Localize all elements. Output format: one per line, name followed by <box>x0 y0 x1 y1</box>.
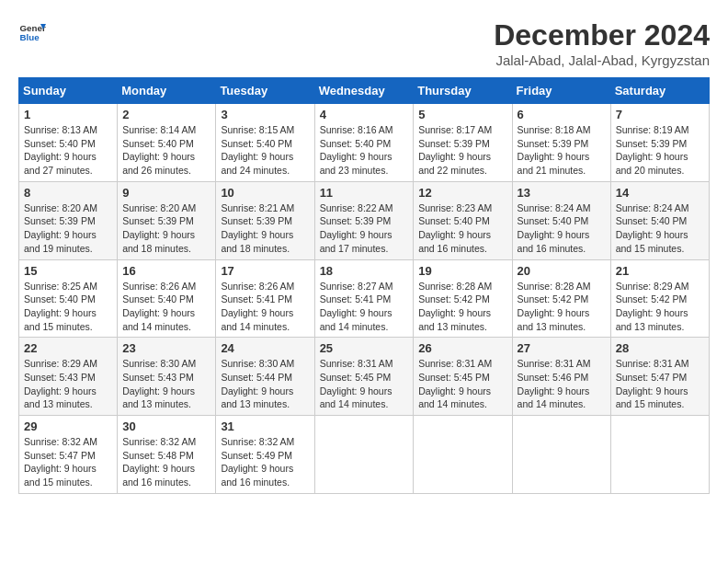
day-detail: Sunrise: 8:15 AM Sunset: 5:40 PM Dayligh… <box>221 123 309 178</box>
calendar-header-row: Sunday Monday Tuesday Wednesday Thursday… <box>19 78 710 104</box>
table-row: 30 Sunrise: 8:32 AM Sunset: 5:48 PM Dayl… <box>118 416 216 494</box>
day-number: 9 <box>122 186 210 200</box>
table-row: 12 Sunrise: 8:23 AM Sunset: 5:40 PM Dayl… <box>414 181 512 259</box>
table-row: 6 Sunrise: 8:18 AM Sunset: 5:39 PM Dayli… <box>512 104 610 182</box>
col-tuesday: Tuesday <box>216 78 314 104</box>
day-detail: Sunrise: 8:31 AM Sunset: 5:45 PM Dayligh… <box>320 357 409 411</box>
day-detail: Sunrise: 8:19 AM Sunset: 5:39 PM Dayligh… <box>616 123 704 178</box>
day-detail: Sunrise: 8:29 AM Sunset: 5:42 PM Dayligh… <box>616 280 704 334</box>
day-number: 24 <box>221 341 309 355</box>
day-number: 18 <box>320 264 409 278</box>
day-detail: Sunrise: 8:32 AM Sunset: 5:48 PM Dayligh… <box>122 435 210 489</box>
day-number: 6 <box>518 108 606 121</box>
table-row: 17 Sunrise: 8:26 AM Sunset: 5:41 PM Dayl… <box>216 259 314 338</box>
title-block: December 2024 Jalal-Abad, Jalal-Abad, Ky… <box>494 18 710 68</box>
table-row <box>610 416 709 494</box>
table-row: 13 Sunrise: 8:24 AM Sunset: 5:40 PM Dayl… <box>512 181 610 259</box>
day-number: 20 <box>518 264 606 278</box>
day-number: 22 <box>24 341 112 355</box>
col-friday: Friday <box>512 78 610 104</box>
table-row <box>512 416 610 494</box>
logo-icon: General Blue <box>18 18 46 46</box>
table-row: 21 Sunrise: 8:29 AM Sunset: 5:42 PM Dayl… <box>610 259 709 338</box>
day-number: 12 <box>418 186 506 200</box>
table-row: 18 Sunrise: 8:27 AM Sunset: 5:41 PM Dayl… <box>314 259 414 338</box>
day-number: 3 <box>221 108 309 121</box>
table-row: 26 Sunrise: 8:31 AM Sunset: 5:45 PM Dayl… <box>414 338 512 416</box>
day-detail: Sunrise: 8:31 AM Sunset: 5:46 PM Dayligh… <box>518 357 606 411</box>
day-number: 21 <box>616 264 704 278</box>
day-detail: Sunrise: 8:27 AM Sunset: 5:41 PM Dayligh… <box>320 280 409 334</box>
day-detail: Sunrise: 8:31 AM Sunset: 5:47 PM Dayligh… <box>616 357 704 411</box>
day-number: 11 <box>320 186 409 200</box>
day-detail: Sunrise: 8:16 AM Sunset: 5:40 PM Dayligh… <box>320 123 409 178</box>
table-row: 20 Sunrise: 8:28 AM Sunset: 5:42 PM Dayl… <box>512 259 610 338</box>
day-number: 19 <box>418 264 506 278</box>
day-detail: Sunrise: 8:26 AM Sunset: 5:40 PM Dayligh… <box>122 280 210 334</box>
day-detail: Sunrise: 8:18 AM Sunset: 5:39 PM Dayligh… <box>518 123 606 178</box>
table-row: 10 Sunrise: 8:21 AM Sunset: 5:39 PM Dayl… <box>216 181 314 259</box>
page-header: General Blue December 2024 Jalal-Abad, J… <box>18 18 710 68</box>
day-number: 27 <box>518 341 606 355</box>
day-detail: Sunrise: 8:20 AM Sunset: 5:39 PM Dayligh… <box>24 201 112 256</box>
day-number: 25 <box>320 341 409 355</box>
day-number: 14 <box>616 186 704 200</box>
day-detail: Sunrise: 8:32 AM Sunset: 5:47 PM Dayligh… <box>24 435 112 489</box>
day-detail: Sunrise: 8:24 AM Sunset: 5:40 PM Dayligh… <box>616 201 704 256</box>
svg-text:Blue: Blue <box>20 32 40 42</box>
day-detail: Sunrise: 8:28 AM Sunset: 5:42 PM Dayligh… <box>518 280 606 334</box>
day-number: 1 <box>24 108 112 121</box>
day-detail: Sunrise: 8:32 AM Sunset: 5:49 PM Dayligh… <box>221 435 309 489</box>
table-row: 16 Sunrise: 8:26 AM Sunset: 5:40 PM Dayl… <box>118 259 216 338</box>
table-row: 4 Sunrise: 8:16 AM Sunset: 5:40 PM Dayli… <box>314 104 414 182</box>
calendar-week-row: 15 Sunrise: 8:25 AM Sunset: 5:40 PM Dayl… <box>19 259 710 338</box>
table-row: 7 Sunrise: 8:19 AM Sunset: 5:39 PM Dayli… <box>610 104 709 182</box>
table-row: 23 Sunrise: 8:30 AM Sunset: 5:43 PM Dayl… <box>118 338 216 416</box>
table-row: 8 Sunrise: 8:20 AM Sunset: 5:39 PM Dayli… <box>19 181 118 259</box>
table-row: 3 Sunrise: 8:15 AM Sunset: 5:40 PM Dayli… <box>216 104 314 182</box>
day-detail: Sunrise: 8:25 AM Sunset: 5:40 PM Dayligh… <box>24 280 112 334</box>
day-detail: Sunrise: 8:20 AM Sunset: 5:39 PM Dayligh… <box>122 201 210 256</box>
day-number: 8 <box>24 186 112 200</box>
table-row: 9 Sunrise: 8:20 AM Sunset: 5:39 PM Dayli… <box>118 181 216 259</box>
day-detail: Sunrise: 8:13 AM Sunset: 5:40 PM Dayligh… <box>24 123 112 178</box>
day-number: 13 <box>518 186 606 200</box>
day-number: 4 <box>320 108 409 121</box>
day-number: 5 <box>418 108 506 121</box>
day-detail: Sunrise: 8:14 AM Sunset: 5:40 PM Dayligh… <box>122 123 210 178</box>
col-wednesday: Wednesday <box>314 78 414 104</box>
table-row <box>314 416 414 494</box>
day-detail: Sunrise: 8:29 AM Sunset: 5:43 PM Dayligh… <box>24 357 112 411</box>
day-detail: Sunrise: 8:31 AM Sunset: 5:45 PM Dayligh… <box>418 357 506 411</box>
day-detail: Sunrise: 8:17 AM Sunset: 5:39 PM Dayligh… <box>418 123 506 178</box>
calendar-week-row: 22 Sunrise: 8:29 AM Sunset: 5:43 PM Dayl… <box>19 338 710 416</box>
calendar-week-row: 29 Sunrise: 8:32 AM Sunset: 5:47 PM Dayl… <box>19 416 710 494</box>
day-detail: Sunrise: 8:26 AM Sunset: 5:41 PM Dayligh… <box>221 280 309 334</box>
day-number: 7 <box>616 108 704 121</box>
table-row: 27 Sunrise: 8:31 AM Sunset: 5:46 PM Dayl… <box>512 338 610 416</box>
month-title: December 2024 <box>494 18 710 52</box>
day-number: 2 <box>122 108 210 121</box>
day-number: 16 <box>122 264 210 278</box>
day-number: 23 <box>122 341 210 355</box>
table-row: 14 Sunrise: 8:24 AM Sunset: 5:40 PM Dayl… <box>610 181 709 259</box>
logo: General Blue <box>18 18 46 46</box>
col-saturday: Saturday <box>610 78 709 104</box>
day-number: 29 <box>24 419 112 433</box>
calendar-table: Sunday Monday Tuesday Wednesday Thursday… <box>18 77 710 494</box>
table-row: 28 Sunrise: 8:31 AM Sunset: 5:47 PM Dayl… <box>610 338 709 416</box>
day-detail: Sunrise: 8:30 AM Sunset: 5:43 PM Dayligh… <box>122 357 210 411</box>
day-detail: Sunrise: 8:28 AM Sunset: 5:42 PM Dayligh… <box>418 280 506 334</box>
day-detail: Sunrise: 8:23 AM Sunset: 5:40 PM Dayligh… <box>418 201 506 256</box>
day-number: 26 <box>418 341 506 355</box>
table-row: 1 Sunrise: 8:13 AM Sunset: 5:40 PM Dayli… <box>19 104 118 182</box>
col-sunday: Sunday <box>19 78 118 104</box>
location: Jalal-Abad, Jalal-Abad, Kyrgyzstan <box>494 52 710 68</box>
calendar-week-row: 8 Sunrise: 8:20 AM Sunset: 5:39 PM Dayli… <box>19 181 710 259</box>
table-row: 25 Sunrise: 8:31 AM Sunset: 5:45 PM Dayl… <box>314 338 414 416</box>
table-row: 2 Sunrise: 8:14 AM Sunset: 5:40 PM Dayli… <box>118 104 216 182</box>
table-row: 22 Sunrise: 8:29 AM Sunset: 5:43 PM Dayl… <box>19 338 118 416</box>
day-number: 15 <box>24 264 112 278</box>
table-row: 29 Sunrise: 8:32 AM Sunset: 5:47 PM Dayl… <box>19 416 118 494</box>
table-row <box>414 416 512 494</box>
